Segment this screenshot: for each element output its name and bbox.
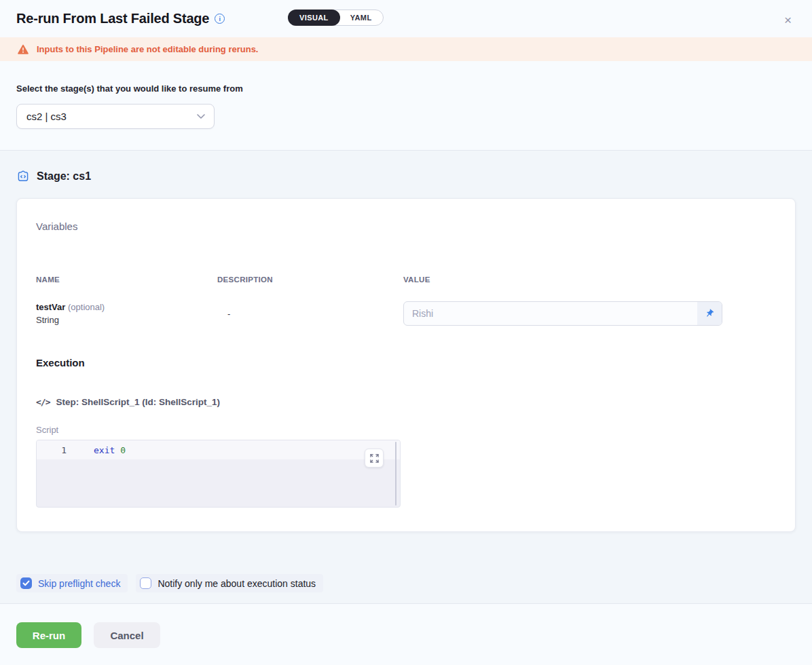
variable-value-field — [403, 301, 722, 326]
warning-banner: Inputs to this Pipeline are not editable… — [0, 37, 812, 61]
warning-text: Inputs to this Pipeline are not editable… — [37, 44, 258, 54]
pin-icon[interactable] — [697, 302, 722, 325]
variables-table-header: NAME DESCRIPTION VALUE — [36, 276, 776, 284]
line-number: 1 — [37, 445, 67, 455]
dialog-header: Re-run From Last Failed Stage i VISUAL Y… — [0, 0, 812, 37]
code-keyword: exit — [94, 445, 115, 455]
step-header: </> Step: ShellScript_1 (Id: ShellScript… — [36, 397, 776, 407]
column-name: NAME — [36, 276, 217, 284]
variable-name-cell: testVar (optional) String — [36, 302, 217, 325]
page-title: Re-run From Last Failed Stage — [16, 11, 209, 26]
expand-icon[interactable] — [365, 449, 384, 468]
variables-heading: Variables — [36, 221, 776, 232]
skip-preflight-label: Skip preflight check — [38, 578, 120, 589]
run-options: Skip preflight check Notify only me abou… — [16, 574, 796, 592]
skip-preflight-option[interactable]: Skip preflight check — [16, 574, 128, 592]
notify-only-me-option[interactable]: Notify only me about execution status — [136, 574, 323, 592]
stage-section: Stage: cs1 Variables NAME DESCRIPTION VA… — [0, 151, 812, 604]
code-line: 1 exit 0 — [37, 440, 400, 459]
script-code-editor[interactable]: 1 exit 0 — [36, 440, 401, 508]
stage-card: Variables NAME DESCRIPTION VALUE testVar… — [16, 198, 796, 532]
script-label: Script — [36, 425, 776, 435]
dialog-footer: Re-run Cancel — [0, 604, 812, 665]
code-icon: </> — [36, 397, 50, 407]
custom-stage-icon — [16, 170, 30, 183]
notify-only-me-label: Notify only me about execution status — [158, 578, 316, 589]
info-circle-icon[interactable]: i — [215, 14, 225, 24]
table-row: testVar (optional) String - — [36, 301, 776, 326]
variable-name: testVar — [36, 302, 65, 312]
variable-value-cell — [403, 301, 776, 326]
variable-description: - — [217, 309, 403, 319]
editor-scrollbar[interactable] — [395, 442, 396, 506]
rerun-button[interactable]: Re-run — [16, 622, 81, 648]
warning-triangle-icon — [17, 44, 29, 55]
visual-yaml-toggle: VISUAL YAML — [288, 10, 384, 26]
checkbox-unchecked-icon[interactable] — [140, 577, 151, 589]
column-value: VALUE — [403, 276, 776, 284]
stage-select-section: Select the stage(s) that you would like … — [0, 61, 812, 151]
code-value: 0 — [120, 445, 126, 455]
step-label: Step: ShellScript_1 (Id: ShellScript_1) — [56, 397, 220, 407]
tab-visual[interactable]: VISUAL — [288, 10, 340, 26]
variable-type: String — [36, 315, 217, 325]
execution-heading: Execution — [36, 357, 776, 368]
stage-header: Stage: cs1 — [16, 170, 796, 183]
column-description: DESCRIPTION — [217, 276, 403, 284]
close-icon[interactable]: × — [784, 14, 792, 26]
variable-value-input[interactable] — [404, 302, 697, 325]
tab-yaml[interactable]: YAML — [339, 10, 383, 25]
stage-select-dropdown[interactable]: cs2 | cs3 — [16, 104, 215, 129]
checkbox-checked-icon[interactable] — [20, 577, 32, 589]
cancel-button[interactable]: Cancel — [94, 622, 160, 648]
chevron-down-icon — [197, 114, 205, 119]
stage-select-label: Select the stage(s) that you would like … — [16, 83, 796, 94]
stage-select-value: cs2 | cs3 — [26, 111, 67, 122]
variable-optional-tag: (optional) — [68, 302, 105, 312]
rerun-dialog: Re-run From Last Failed Stage i VISUAL Y… — [0, 0, 812, 665]
stage-title: Stage: cs1 — [37, 170, 91, 183]
